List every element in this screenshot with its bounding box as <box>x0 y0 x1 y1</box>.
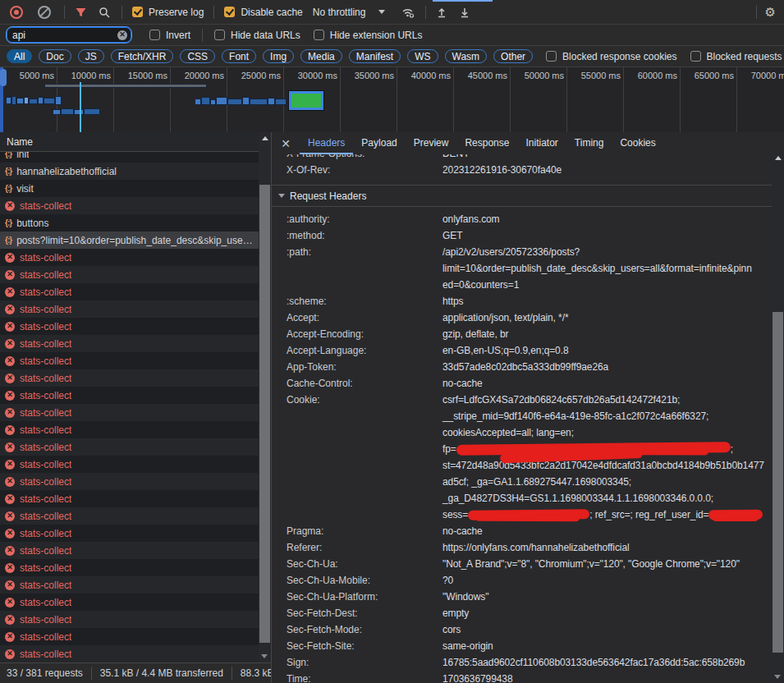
record-icon[interactable] <box>10 6 23 19</box>
filter-pill-ws[interactable]: WS <box>407 49 438 63</box>
header-value-line: en-GB,en-US;q=0.9,en;q=0.8 <box>442 342 772 359</box>
checkbox-icon[interactable] <box>690 51 701 62</box>
request-name: stats-collect <box>20 355 71 367</box>
request-row[interactable]: ✕stats-collect <box>0 197 259 214</box>
request-row[interactable]: ✕stats-collect <box>0 352 259 369</box>
scrollbar-thumb[interactable] <box>773 312 783 653</box>
tab-timing[interactable]: Timing <box>566 132 612 154</box>
tab-initiator[interactable]: Initiator <box>517 132 566 154</box>
details-scrollbar[interactable] <box>772 152 784 683</box>
tab-headers[interactable]: Headers <box>300 132 353 154</box>
scroll-down-icon[interactable] <box>261 654 268 658</box>
divider <box>121 6 122 19</box>
checkbox-icon[interactable] <box>224 7 235 17</box>
request-row[interactable]: ✕stats-collect <box>0 542 259 559</box>
header-row: :method:GET <box>272 227 772 244</box>
request-row[interactable]: ✕stats-collect <box>0 283 259 300</box>
checkbox-icon[interactable] <box>546 51 557 62</box>
request-row[interactable]: ✕stats-collect <box>0 507 259 525</box>
filter-pill-fetch-xhr[interactable]: Fetch/XHR <box>111 49 174 63</box>
request-row[interactable]: {:}posts?limit=10&order=publish_date_des… <box>0 231 259 249</box>
hide-extension-urls-checkbox[interactable]: Hide extension URLs <box>314 30 423 41</box>
request-row[interactable]: ✕stats-collect <box>0 645 259 662</box>
request-row[interactable]: ✕stats-collect <box>0 369 259 387</box>
search-icon[interactable] <box>99 7 110 18</box>
filter-pill-img[interactable]: Img <box>263 49 294 63</box>
checkbox-icon[interactable] <box>214 30 225 40</box>
request-row[interactable]: ✕stats-collect <box>0 300 259 318</box>
invert-checkbox[interactable]: Invert <box>149 30 190 41</box>
request-row[interactable]: ✕stats-collect <box>0 249 259 266</box>
request-row[interactable]: ✕stats-collect <box>0 456 259 473</box>
filter-pill-font[interactable]: Font <box>222 49 256 63</box>
request-row[interactable]: ✕stats-collect <box>0 438 259 456</box>
checkbox-icon[interactable] <box>149 30 160 40</box>
request-row[interactable]: {:}hannahelizabethofficial <box>0 163 259 180</box>
clear-icon[interactable] <box>38 6 51 19</box>
request-row[interactable]: ✕stats-collect <box>0 559 259 576</box>
failed-request-icon: ✕ <box>5 598 15 607</box>
requests-scrollbar[interactable] <box>259 132 271 662</box>
request-headers-section[interactable]: Request Headers <box>272 186 772 207</box>
request-row[interactable]: ✕stats-collect <box>0 387 259 404</box>
clear-filter-icon[interactable]: ✕ <box>117 30 127 40</box>
filter-bar: api ✕ Invert Hide data URLs Hide extensi… <box>0 25 784 46</box>
tab-cookies[interactable]: Cookies <box>612 132 663 154</box>
header-value: cors <box>442 621 772 638</box>
name-column-header[interactable]: Name <box>0 132 271 152</box>
filter-checkbox-blocked-requests[interactable]: Blocked requests <box>690 51 782 62</box>
timeline-tick-label: 25000 ms <box>223 71 281 80</box>
request-row[interactable]: ✕stats-collect <box>0 490 259 507</box>
request-row[interactable]: ✕stats-collect <box>0 628 259 645</box>
request-row[interactable]: {:}init <box>0 152 259 163</box>
header-row: :path:/api2/v2/users/20572336/posts?limi… <box>272 244 772 293</box>
request-row[interactable]: {:}visit <box>0 180 259 197</box>
request-row[interactable]: ✕stats-collect <box>0 318 259 335</box>
screenshot-marker[interactable] <box>289 91 323 110</box>
close-icon[interactable]: ✕ <box>278 137 293 150</box>
filter-pill-all[interactable]: All <box>7 49 32 63</box>
waterfall-block <box>53 110 60 114</box>
request-row[interactable]: ✕stats-collect <box>0 525 259 542</box>
filter-pill-manifest[interactable]: Manifest <box>349 49 401 63</box>
filter-pill-js[interactable]: JS <box>78 49 104 63</box>
filter-pill-wasm[interactable]: Wasm <box>445 49 488 63</box>
filter-pill-media[interactable]: Media <box>300 49 342 63</box>
request-row[interactable]: ✕stats-collect <box>0 594 259 611</box>
network-conditions-icon[interactable] <box>401 7 415 18</box>
request-row[interactable]: ✕stats-collect <box>0 404 259 421</box>
filter-pill-css[interactable]: CSS <box>180 49 215 63</box>
filter-checkbox-blocked-response-cookies[interactable]: Blocked response cookies <box>546 51 676 62</box>
filter-input[interactable]: api ✕ <box>7 27 131 43</box>
filter-pill-other[interactable]: Other <box>493 49 533 63</box>
tab-payload[interactable]: Payload <box>353 132 405 154</box>
throttling-select[interactable]: No throttling <box>313 7 366 18</box>
checkbox-icon[interactable] <box>132 7 143 17</box>
scroll-down-icon[interactable] <box>774 675 781 679</box>
filter-icon[interactable] <box>75 7 87 18</box>
tab-preview[interactable]: Preview <box>406 132 457 154</box>
checkbox-icon[interactable] <box>314 30 324 40</box>
divider <box>202 29 203 42</box>
request-row[interactable]: ✕stats-collect <box>0 473 259 490</box>
preserve-log-checkbox[interactable]: Preserve log <box>132 7 204 18</box>
tab-response[interactable]: Response <box>456 132 517 154</box>
scroll-up-icon[interactable] <box>775 156 782 160</box>
filter-pill-doc[interactable]: Doc <box>39 49 71 63</box>
request-row[interactable]: ✕stats-collect <box>0 421 259 438</box>
scrollbar-thumb[interactable] <box>259 185 270 643</box>
import-har-icon[interactable] <box>436 7 447 18</box>
disclosure-triangle-icon[interactable] <box>278 194 285 198</box>
request-row[interactable]: ✕stats-collect <box>0 266 259 283</box>
disable-cache-checkbox[interactable]: Disable cache <box>224 7 302 18</box>
request-row[interactable]: ✕stats-collect <box>0 611 259 628</box>
scroll-up-icon[interactable] <box>262 136 268 140</box>
export-har-icon[interactable] <box>459 7 470 18</box>
hide-data-urls-checkbox[interactable]: Hide data URLs <box>214 30 300 41</box>
network-overview-timeline[interactable]: 5000 ms10000 ms15000 ms20000 ms25000 ms3… <box>0 67 784 133</box>
settings-gear-icon[interactable]: ⚙ <box>765 6 776 18</box>
request-row[interactable]: ✕stats-collect <box>0 335 259 352</box>
request-row[interactable]: ✕stats-collect <box>0 576 259 594</box>
chevron-down-icon[interactable] <box>378 10 385 14</box>
request-row[interactable]: {:}buttons <box>0 214 259 231</box>
